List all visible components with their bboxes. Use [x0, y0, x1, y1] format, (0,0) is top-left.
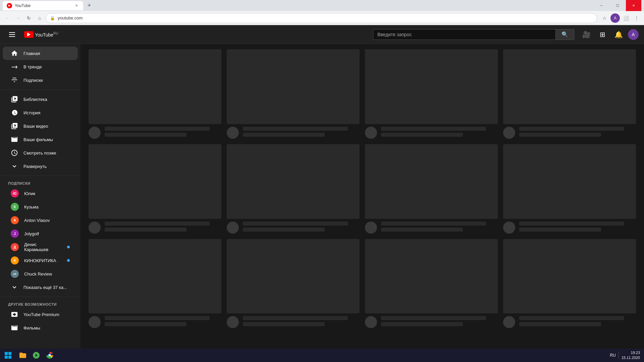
sidebar-item-denis[interactable]: Д Денис Карамышев	[3, 240, 78, 254]
taskbar-right: RU 19:23 15.11.2020	[610, 350, 643, 361]
new-tab-button[interactable]: +	[85, 1, 94, 10]
notifications-button[interactable]: 🔔	[612, 28, 625, 41]
skeleton-title	[381, 127, 486, 131]
sidebar-item-home[interactable]: Главная	[3, 47, 78, 60]
video-thumbnail	[89, 239, 221, 314]
browser-titlebar: ▶ YouTube ✕ + ─ ☐ ✕	[0, 0, 644, 11]
channel-avatar-kinocritic: К	[11, 256, 19, 264]
video-meta	[105, 127, 221, 137]
sidebar-item-jolygolf[interactable]: J Jolygolf	[3, 227, 78, 240]
sidebar-item-kuzma[interactable]: К Кузьма	[3, 200, 78, 214]
video-card[interactable]	[365, 144, 498, 234]
sidebar-label-your-movies: Ваши фильмы	[23, 137, 53, 142]
sidebar-label-anton: Anton Vlasov	[24, 218, 50, 223]
sidebar-item-anton[interactable]: A Anton Vlasov	[3, 214, 78, 227]
apps-button[interactable]: ⊞	[596, 28, 609, 41]
maximize-button[interactable]: ☐	[610, 0, 625, 11]
hamburger-button[interactable]	[5, 28, 19, 41]
user-avatar[interactable]: A	[628, 29, 639, 40]
sidebar-item-show-more[interactable]: Показать ещё 37 ка...	[3, 281, 78, 294]
taskbar-clock: 19:23 15.11.2020	[622, 350, 640, 361]
home-nav-button[interactable]: ⌂	[35, 13, 44, 23]
bookmark-button[interactable]: ☆	[600, 13, 609, 23]
video-card[interactable]	[89, 144, 221, 234]
reload-button[interactable]: ↻	[24, 13, 34, 23]
sidebar-item-history[interactable]: История	[3, 106, 78, 119]
video-thumbnail	[503, 144, 636, 219]
video-thumbnail	[227, 49, 360, 124]
search-button[interactable]: 🔍	[555, 29, 574, 40]
sidebar-item-yt-premium[interactable]: YouTube Premium	[3, 308, 78, 321]
youtube-sidebar: Главная В тренде Подписки	[0, 44, 80, 362]
sidebar-label-trending: В тренде	[23, 64, 42, 69]
sidebar-item-subscriptions[interactable]: Подписки	[3, 73, 78, 87]
video-info	[365, 222, 498, 234]
video-info	[503, 127, 636, 139]
skeleton-title	[105, 222, 210, 226]
browser-tab[interactable]: ▶ YouTube ✕	[3, 1, 83, 10]
skeleton-channel	[243, 322, 325, 326]
search-input[interactable]	[373, 29, 555, 40]
video-meta	[519, 316, 636, 326]
sidebar-item-kinocritic[interactable]: К КИНОКРИТИКА	[3, 254, 78, 267]
sidebar-item-your-movies[interactable]: Ваши фильмы	[3, 133, 78, 146]
back-button[interactable]: ←	[3, 13, 12, 23]
sidebar-label-subscriptions: Подписки	[23, 78, 43, 83]
video-card[interactable]	[227, 49, 360, 139]
taskbar-chrome[interactable]	[43, 349, 56, 361]
skeleton-title	[381, 316, 486, 320]
sidebar-item-library[interactable]: Библиотека	[3, 93, 78, 106]
search-form: 🔍	[373, 29, 574, 40]
address-bar[interactable]: 🔒 youtube.com	[46, 13, 597, 23]
close-button[interactable]: ✕	[626, 0, 641, 11]
svg-point-1	[49, 354, 51, 356]
video-card[interactable]	[227, 239, 360, 328]
video-card[interactable]	[503, 239, 636, 328]
watch-later-icon	[11, 149, 18, 157]
video-info	[89, 127, 221, 139]
video-card[interactable]	[503, 144, 636, 234]
forward-button[interactable]: →	[13, 13, 23, 23]
sidebar-item-yulik[interactable]: Ю Юлик	[3, 187, 78, 200]
sidebar-item-expand[interactable]: Развернуть	[3, 160, 78, 173]
sidebar-label-yulik: Юлик	[24, 191, 35, 196]
channel-avatar-small	[227, 222, 239, 234]
channel-avatar-small	[365, 222, 377, 234]
video-card[interactable]	[503, 49, 636, 139]
skeleton-title	[105, 316, 210, 320]
start-button[interactable]	[1, 349, 15, 361]
minimize-button[interactable]: ─	[594, 0, 609, 11]
sidebar-label-show-more: Показать ещё 37 ка...	[23, 285, 67, 290]
menu-button[interactable]: ⋮	[632, 13, 641, 23]
sidebar-item-films[interactable]: Фильмы	[3, 321, 78, 335]
sidebar-item-your-videos[interactable]: Ваши видео	[3, 119, 78, 133]
youtube-logo[interactable]: YouTubeRU	[24, 31, 58, 38]
skeleton-channel	[105, 228, 186, 232]
sidebar-item-watch-later[interactable]: Смотреть позже	[3, 146, 78, 160]
profile-nav-button[interactable]: A	[610, 13, 620, 23]
sidebar-label-chuck: Chuck Review	[24, 272, 52, 277]
video-card[interactable]	[365, 239, 498, 328]
skeleton-channel	[381, 133, 463, 137]
video-card[interactable]	[89, 239, 221, 328]
sidebar-item-chuck-review[interactable]: cR Chuck Review	[3, 267, 78, 281]
video-thumbnail	[503, 49, 636, 124]
channel-avatar-small	[365, 316, 377, 328]
video-card[interactable]	[227, 144, 360, 234]
video-card[interactable]	[365, 49, 498, 139]
skeleton-channel	[519, 322, 601, 326]
video-card[interactable]	[89, 49, 221, 139]
skeleton-channel	[105, 322, 186, 326]
extensions-button[interactable]: ⬜	[621, 13, 631, 23]
channel-avatar-anton: A	[11, 216, 19, 224]
youtube-header: YouTubeRU 🔍 🎥 ⊞ 🔔 A	[0, 25, 644, 44]
header-actions: 🎥 ⊞ 🔔 A	[580, 28, 639, 41]
sidebar-item-trending[interactable]: В тренде	[3, 60, 78, 73]
sidebar-label-expand: Развернуть	[23, 164, 47, 169]
taskbar-files[interactable]	[16, 349, 30, 361]
tab-close-button[interactable]: ✕	[74, 3, 79, 8]
sidebar-section-main: Главная В тренде Подписки	[0, 44, 80, 89]
create-video-button[interactable]: 🎥	[580, 28, 593, 41]
video-thumbnail	[89, 144, 221, 219]
taskbar-media[interactable]	[30, 349, 43, 361]
